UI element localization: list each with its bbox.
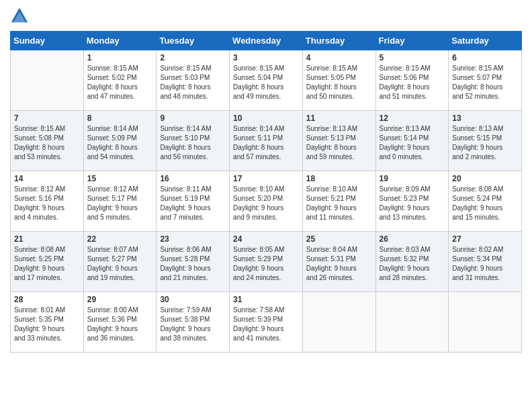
header-day-monday: Monday	[83, 32, 157, 50]
header-day-wednesday: Wednesday	[230, 32, 303, 50]
day-number: 8	[87, 113, 153, 123]
day-info: Sunrise: 8:03 AMSunset: 5:32 PMDaylight:…	[380, 245, 445, 283]
header-row: SundayMondayTuesdayWednesdayThursdayFrid…	[11, 32, 522, 50]
day-info: Sunrise: 8:13 AMSunset: 5:15 PMDaylight:…	[452, 124, 518, 162]
day-number: 2	[160, 53, 226, 62]
day-info: Sunrise: 8:08 AMSunset: 5:24 PMDaylight:…	[452, 185, 518, 222]
calendar-cell: 21Sunrise: 8:08 AMSunset: 5:25 PMDayligh…	[11, 232, 84, 292]
header-day-sunday: Sunday	[11, 32, 84, 50]
calendar-body: 1Sunrise: 8:15 AMSunset: 5:02 PMDaylight…	[11, 50, 522, 353]
calendar-cell: 14Sunrise: 8:12 AMSunset: 5:16 PMDayligh…	[11, 171, 84, 232]
day-number: 28	[14, 295, 80, 304]
day-number: 14	[14, 174, 80, 183]
calendar-cell: 9Sunrise: 8:14 AMSunset: 5:10 PMDaylight…	[157, 111, 230, 171]
calendar-cell: 4Sunrise: 8:15 AMSunset: 5:05 PMDaylight…	[302, 50, 375, 111]
calendar-header: SundayMondayTuesdayWednesdayThursdayFrid…	[11, 32, 522, 50]
day-info: Sunrise: 8:15 AMSunset: 5:02 PMDaylight:…	[87, 64, 153, 101]
day-info: Sunrise: 8:15 AMSunset: 5:05 PMDaylight:…	[306, 64, 372, 101]
calendar-cell: 28Sunrise: 8:01 AMSunset: 5:35 PMDayligh…	[11, 292, 84, 353]
calendar-cell: 3Sunrise: 8:15 AMSunset: 5:04 PMDaylight…	[230, 50, 303, 111]
week-row-3: 14Sunrise: 8:12 AMSunset: 5:16 PMDayligh…	[11, 171, 522, 232]
calendar-cell: 17Sunrise: 8:10 AMSunset: 5:20 PMDayligh…	[230, 171, 303, 232]
calendar-cell: 6Sunrise: 8:15 AMSunset: 5:07 PMDaylight…	[449, 50, 522, 111]
calendar-cell: 8Sunrise: 8:14 AMSunset: 5:09 PMDaylight…	[83, 111, 157, 171]
day-number: 7	[14, 113, 80, 123]
calendar-cell	[302, 292, 375, 353]
calendar-cell: 13Sunrise: 8:13 AMSunset: 5:15 PMDayligh…	[449, 111, 522, 171]
day-info: Sunrise: 8:15 AMSunset: 5:06 PMDaylight:…	[380, 64, 445, 101]
calendar-cell: 10Sunrise: 8:14 AMSunset: 5:11 PMDayligh…	[230, 111, 303, 171]
header-day-saturday: Saturday	[449, 32, 522, 50]
calendar-cell: 16Sunrise: 8:11 AMSunset: 5:19 PMDayligh…	[157, 171, 230, 232]
day-number: 1	[87, 53, 153, 62]
day-number: 29	[87, 295, 153, 304]
day-info: Sunrise: 8:01 AMSunset: 5:35 PMDaylight:…	[14, 306, 80, 343]
header-day-tuesday: Tuesday	[157, 32, 230, 50]
calendar-cell: 18Sunrise: 8:10 AMSunset: 5:21 PMDayligh…	[302, 171, 375, 232]
calendar-cell: 25Sunrise: 8:04 AMSunset: 5:31 PMDayligh…	[302, 232, 375, 292]
day-number: 5	[380, 53, 445, 62]
calendar-table: SundayMondayTuesdayWednesdayThursdayFrid…	[10, 31, 522, 353]
week-row-5: 28Sunrise: 8:01 AMSunset: 5:35 PMDayligh…	[11, 292, 522, 353]
calendar-cell: 31Sunrise: 7:58 AMSunset: 5:39 PMDayligh…	[230, 292, 303, 353]
day-info: Sunrise: 8:09 AMSunset: 5:23 PMDaylight:…	[380, 185, 445, 222]
logo	[10, 7, 32, 26]
day-info: Sunrise: 8:08 AMSunset: 5:25 PMDaylight:…	[14, 245, 80, 283]
day-info: Sunrise: 8:02 AMSunset: 5:34 PMDaylight:…	[452, 245, 518, 283]
day-number: 31	[233, 295, 299, 304]
page-header	[10, 7, 522, 26]
day-info: Sunrise: 8:15 AMSunset: 5:08 PMDaylight:…	[14, 124, 80, 162]
day-info: Sunrise: 8:10 AMSunset: 5:21 PMDaylight:…	[306, 185, 372, 222]
day-number: 17	[233, 174, 299, 183]
day-number: 30	[160, 295, 226, 304]
day-info: Sunrise: 8:12 AMSunset: 5:17 PMDaylight:…	[87, 185, 153, 222]
day-info: Sunrise: 8:14 AMSunset: 5:10 PMDaylight:…	[160, 124, 226, 162]
calendar-cell: 19Sunrise: 8:09 AMSunset: 5:23 PMDayligh…	[375, 171, 449, 232]
calendar-cell: 5Sunrise: 8:15 AMSunset: 5:06 PMDaylight…	[375, 50, 449, 111]
day-info: Sunrise: 8:13 AMSunset: 5:13 PMDaylight:…	[306, 124, 372, 162]
day-number: 21	[14, 234, 80, 244]
calendar-cell: 20Sunrise: 8:08 AMSunset: 5:24 PMDayligh…	[449, 171, 522, 232]
day-number: 11	[306, 113, 372, 123]
calendar-cell: 23Sunrise: 8:06 AMSunset: 5:28 PMDayligh…	[157, 232, 230, 292]
day-number: 4	[306, 53, 372, 62]
day-info: Sunrise: 8:04 AMSunset: 5:31 PMDaylight:…	[306, 245, 372, 283]
calendar-cell: 29Sunrise: 8:00 AMSunset: 5:36 PMDayligh…	[83, 292, 157, 353]
day-number: 13	[452, 113, 518, 123]
calendar-cell: 1Sunrise: 8:15 AMSunset: 5:02 PMDaylight…	[83, 50, 157, 111]
day-info: Sunrise: 8:10 AMSunset: 5:20 PMDaylight:…	[233, 185, 299, 222]
day-info: Sunrise: 7:59 AMSunset: 5:38 PMDaylight:…	[160, 306, 226, 343]
day-number: 18	[306, 174, 372, 183]
day-info: Sunrise: 8:15 AMSunset: 5:07 PMDaylight:…	[452, 64, 518, 101]
week-row-4: 21Sunrise: 8:08 AMSunset: 5:25 PMDayligh…	[11, 232, 522, 292]
calendar-cell: 11Sunrise: 8:13 AMSunset: 5:13 PMDayligh…	[302, 111, 375, 171]
day-number: 25	[306, 234, 372, 244]
calendar-cell: 12Sunrise: 8:13 AMSunset: 5:14 PMDayligh…	[375, 111, 449, 171]
day-info: Sunrise: 8:12 AMSunset: 5:16 PMDaylight:…	[14, 185, 80, 222]
calendar-cell: 7Sunrise: 8:15 AMSunset: 5:08 PMDaylight…	[11, 111, 84, 171]
calendar-cell: 30Sunrise: 7:59 AMSunset: 5:38 PMDayligh…	[157, 292, 230, 353]
day-number: 19	[380, 174, 445, 183]
week-row-2: 7Sunrise: 8:15 AMSunset: 5:08 PMDaylight…	[11, 111, 522, 171]
calendar-cell: 22Sunrise: 8:07 AMSunset: 5:27 PMDayligh…	[83, 232, 157, 292]
day-number: 22	[87, 234, 153, 244]
day-info: Sunrise: 8:07 AMSunset: 5:27 PMDaylight:…	[87, 245, 153, 283]
day-info: Sunrise: 8:15 AMSunset: 5:03 PMDaylight:…	[160, 64, 226, 101]
day-number: 6	[452, 53, 518, 62]
day-info: Sunrise: 8:05 AMSunset: 5:29 PMDaylight:…	[233, 245, 299, 283]
day-info: Sunrise: 8:13 AMSunset: 5:14 PMDaylight:…	[380, 124, 445, 162]
day-number: 9	[160, 113, 226, 123]
day-info: Sunrise: 7:58 AMSunset: 5:39 PMDaylight:…	[233, 306, 299, 343]
calendar-cell	[11, 50, 84, 111]
calendar-cell: 26Sunrise: 8:03 AMSunset: 5:32 PMDayligh…	[375, 232, 449, 292]
calendar-cell	[375, 292, 449, 353]
day-info: Sunrise: 8:06 AMSunset: 5:28 PMDaylight:…	[160, 245, 226, 283]
day-info: Sunrise: 8:00 AMSunset: 5:36 PMDaylight:…	[87, 306, 153, 343]
calendar-cell: 15Sunrise: 8:12 AMSunset: 5:17 PMDayligh…	[83, 171, 157, 232]
day-number: 12	[380, 113, 445, 123]
calendar-cell: 2Sunrise: 8:15 AMSunset: 5:03 PMDaylight…	[157, 50, 230, 111]
day-info: Sunrise: 8:15 AMSunset: 5:04 PMDaylight:…	[233, 64, 299, 101]
week-row-1: 1Sunrise: 8:15 AMSunset: 5:02 PMDaylight…	[11, 50, 522, 111]
calendar-cell: 24Sunrise: 8:05 AMSunset: 5:29 PMDayligh…	[230, 232, 303, 292]
calendar-cell	[449, 292, 522, 353]
